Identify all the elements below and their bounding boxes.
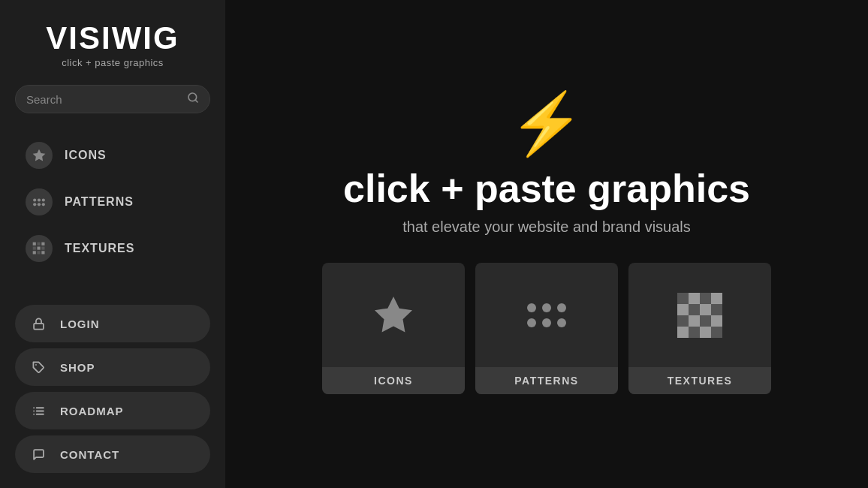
- logo-title: VISIWIG: [15, 23, 210, 54]
- search-icon: [187, 92, 199, 107]
- patterns-card-label: PATTERNS: [475, 367, 618, 394]
- roadmap-label: ROADMAP: [60, 405, 124, 417]
- list-icon: [27, 399, 50, 422]
- sidebar-item-patterns-label: PATTERNS: [65, 195, 134, 209]
- cards-row: ICONS PATTERNS: [322, 263, 771, 394]
- textures-nav-icon: [26, 235, 53, 262]
- login-label: LOGIN: [60, 318, 100, 330]
- search-bar[interactable]: [15, 85, 210, 113]
- svg-rect-9: [33, 242, 36, 246]
- chat-icon: [27, 443, 50, 465]
- svg-point-6: [33, 203, 36, 206]
- svg-point-5: [42, 198, 45, 201]
- bottom-nav: LOGIN SHOP ROA: [15, 305, 210, 473]
- tag-icon: [27, 356, 50, 378]
- patterns-card[interactable]: PATTERNS: [475, 263, 618, 394]
- svg-point-7: [38, 203, 41, 206]
- svg-point-4: [38, 198, 41, 201]
- sidebar-item-textures[interactable]: TEXTURES: [15, 227, 210, 270]
- svg-point-8: [42, 203, 45, 206]
- sidebar-item-icons-label: ICONS: [65, 149, 107, 162]
- sidebar-item-patterns[interactable]: PATTERNS: [15, 181, 210, 223]
- bolt-icon: ⚡: [509, 94, 584, 154]
- checker-texture-icon: [677, 293, 722, 338]
- icons-card-icon-area: [322, 263, 465, 367]
- svg-marker-26: [375, 297, 412, 333]
- svg-point-3: [33, 198, 36, 201]
- sidebar-item-icons[interactable]: ICONS: [15, 134, 210, 176]
- svg-rect-11: [41, 242, 44, 246]
- dots-pattern-icon: [527, 303, 566, 327]
- hero-subtitle: that elevate your website and brand visu…: [402, 218, 691, 236]
- svg-rect-17: [41, 251, 44, 254]
- search-input[interactable]: [26, 93, 187, 106]
- star-large-icon: [371, 293, 416, 338]
- lock-icon: [27, 312, 50, 335]
- svg-rect-12: [33, 247, 36, 250]
- shop-button[interactable]: SHOP: [15, 348, 210, 386]
- login-button[interactable]: LOGIN: [15, 305, 210, 342]
- textures-card-icon-area: [628, 263, 771, 367]
- contact-button[interactable]: CONTACT: [15, 435, 210, 473]
- icons-nav-icon: [26, 142, 53, 169]
- icons-card-label: ICONS: [322, 367, 465, 394]
- svg-marker-2: [33, 149, 46, 161]
- textures-card[interactable]: TEXTURES: [628, 263, 771, 394]
- hero-title: click + paste graphics: [343, 166, 750, 211]
- sidebar-item-textures-label: TEXTURES: [65, 242, 134, 255]
- logo-subtitle: click + paste graphics: [15, 57, 210, 68]
- main-nav: ICONS PATTERNS: [15, 134, 210, 270]
- svg-rect-18: [34, 323, 44, 329]
- shop-label: SHOP: [60, 361, 95, 374]
- svg-rect-14: [41, 247, 44, 250]
- svg-rect-15: [33, 251, 36, 254]
- contact-label: CONTACT: [60, 448, 119, 461]
- svg-rect-10: [38, 242, 41, 246]
- main-content: ⚡ click + paste graphics that elevate yo…: [225, 0, 868, 488]
- icons-card[interactable]: ICONS: [322, 263, 465, 394]
- textures-card-label: TEXTURES: [628, 367, 771, 394]
- patterns-nav-icon: [26, 188, 53, 215]
- svg-rect-16: [38, 251, 41, 254]
- svg-rect-13: [38, 247, 41, 250]
- svg-line-1: [195, 100, 197, 102]
- sidebar: VISIWIG click + paste graphics ICONS: [0, 0, 225, 488]
- logo-block: VISIWIG click + paste graphics: [15, 23, 210, 68]
- roadmap-button[interactable]: ROADMAP: [15, 392, 210, 429]
- patterns-card-icon-area: [475, 263, 618, 367]
